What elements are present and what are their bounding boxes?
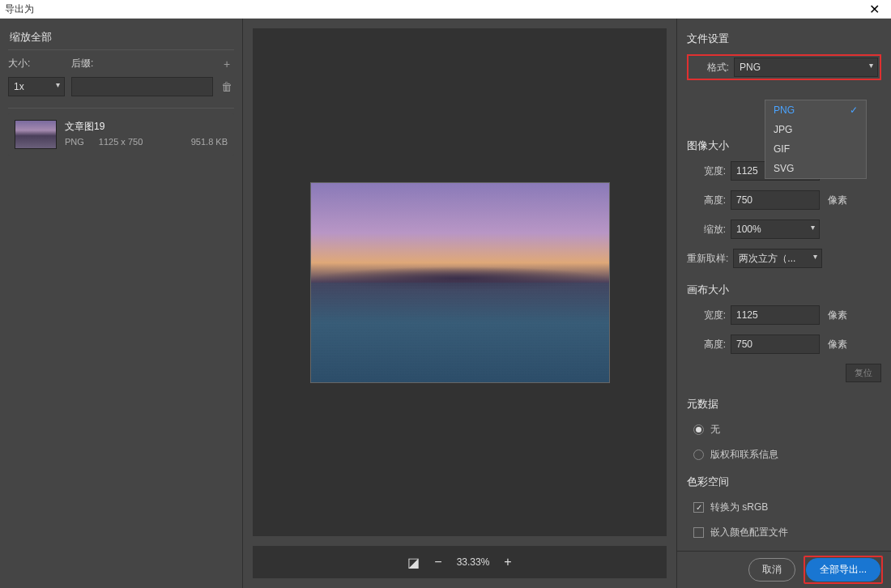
titlebar: 导出为 ✕ — [0, 0, 891, 19]
divider — [8, 108, 234, 109]
height-input[interactable] — [731, 190, 820, 210]
canvas-height-input[interactable] — [731, 334, 820, 354]
convert-srgb-label: 转换为 sRGB — [710, 501, 768, 514]
format-dropdown: PNG JPG GIF SVG — [765, 100, 867, 179]
scale-label: 缩放: — [687, 223, 726, 236]
fit-icon[interactable]: ◪ — [407, 555, 420, 570]
export-dialog: 导出为 ✕ 缩放全部 大小: 后缀: + 🗑 文章图19 — [0, 0, 891, 588]
canvas-width-label: 宽度: — [687, 309, 726, 322]
trash-icon[interactable]: 🗑 — [220, 80, 234, 93]
add-icon[interactable]: + — [220, 58, 234, 70]
checkbox-icon — [693, 527, 704, 538]
resample-select[interactable] — [733, 249, 822, 268]
asset-filesize: 951.8 KB — [191, 137, 228, 147]
format-option-gif[interactable]: GIF — [765, 139, 866, 159]
embed-profile-label: 嵌入颜色配置文件 — [710, 526, 788, 539]
format-select[interactable] — [734, 58, 878, 77]
metadata-title: 元数据 — [687, 392, 881, 415]
export-all-button[interactable]: 全部导出... — [806, 558, 880, 582]
left-panel: 缩放全部 大小: 后缀: + 🗑 文章图19 PNG — [0, 19, 243, 588]
reset-button[interactable]: 复位 — [846, 364, 881, 382]
width-label: 宽度: — [687, 164, 726, 178]
asset-thumbnail — [15, 120, 57, 149]
zoom-out-icon[interactable]: − — [434, 555, 441, 569]
canvas-height-label: 高度: — [687, 338, 726, 352]
convert-srgb-row[interactable]: 转换为 sRGB — [693, 501, 881, 514]
scale-all-title: 缩放全部 — [8, 27, 234, 50]
dialog-body: 缩放全部 大小: 后缀: + 🗑 文章图19 PNG — [0, 19, 891, 588]
embed-profile-row[interactable]: 嵌入颜色配置文件 — [693, 526, 881, 539]
canvas-width-unit: 像素 — [828, 309, 847, 322]
radio-icon — [693, 424, 704, 435]
dialog-footer: 取消 全部导出... — [677, 551, 891, 588]
close-icon[interactable]: ✕ — [863, 2, 886, 17]
asset-dimensions: 1125 x 750 — [99, 137, 143, 147]
right-inner: 文件设置 格式: 图像大小 宽度: 像素 高度: 像素 — [677, 19, 891, 551]
meta-copyright-row[interactable]: 版权和联系信息 — [693, 448, 881, 462]
asset-meta: 文章图19 PNG 1125 x 750 951.8 KB — [65, 120, 228, 149]
size-label: 大小: — [8, 57, 65, 70]
radio-icon — [693, 450, 704, 460]
canvas-height-unit: 像素 — [828, 338, 847, 352]
right-panel: 文件设置 格式: 图像大小 宽度: 像素 高度: 像素 — [676, 19, 891, 588]
format-row-highlight: 格式: — [687, 54, 881, 80]
preview-image — [310, 182, 610, 383]
asset-format: PNG — [65, 137, 84, 147]
export-highlight: 全部导出... — [804, 556, 883, 584]
canvas-size-title: 画布大小 — [687, 278, 881, 300]
meta-copyright-label: 版权和联系信息 — [710, 448, 778, 462]
preview-area — [253, 28, 667, 536]
asset-item[interactable]: 文章图19 PNG 1125 x 750 951.8 KB — [8, 113, 234, 156]
format-option-svg[interactable]: SVG — [765, 159, 866, 178]
center-panel: ◪ − 33.33% + — [243, 19, 676, 588]
canvas-width-input[interactable] — [731, 305, 820, 325]
height-label: 高度: — [687, 194, 726, 207]
scale-select-right[interactable] — [731, 219, 820, 239]
format-option-jpg[interactable]: JPG — [765, 120, 866, 139]
size-suffix-labels: 大小: 后缀: + — [8, 57, 234, 70]
checkbox-icon — [693, 502, 704, 513]
suffix-label: 后缀: — [71, 57, 213, 70]
zoom-bar: ◪ − 33.33% + — [253, 546, 667, 578]
zoom-percent: 33.33% — [457, 556, 490, 568]
size-suffix-inputs: 🗑 — [8, 77, 234, 96]
scale-select[interactable] — [8, 77, 65, 96]
file-settings-title: 文件设置 — [687, 27, 881, 49]
asset-sub: PNG 1125 x 750 951.8 KB — [65, 137, 228, 147]
resample-label: 重新取样: — [687, 253, 728, 264]
meta-none-row[interactable]: 无 — [693, 423, 881, 437]
asset-name: 文章图19 — [65, 120, 228, 134]
meta-none-label: 无 — [710, 423, 720, 437]
format-option-png[interactable]: PNG — [765, 100, 866, 120]
suffix-input[interactable] — [71, 77, 213, 96]
height-unit: 像素 — [828, 194, 847, 207]
cancel-button[interactable]: 取消 — [748, 558, 795, 582]
colorspace-title: 色彩空间 — [687, 470, 881, 492]
dialog-title: 导出为 — [5, 2, 863, 16]
format-label: 格式: — [690, 61, 729, 75]
zoom-in-icon[interactable]: + — [504, 555, 511, 569]
